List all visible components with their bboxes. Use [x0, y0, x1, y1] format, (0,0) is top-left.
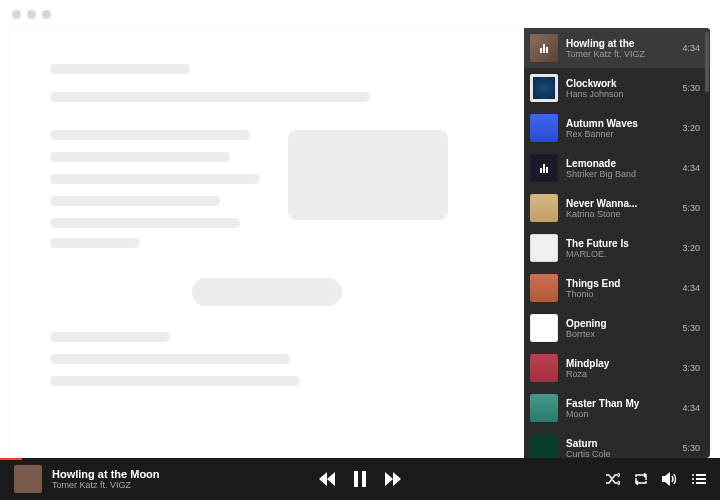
pause-button[interactable] [353, 471, 367, 487]
svg-rect-2 [696, 474, 706, 476]
track-art [530, 34, 558, 62]
skeleton-line [50, 152, 230, 162]
skeleton-line [50, 196, 220, 206]
skeleton-line [50, 376, 300, 386]
scrollbar-thumb[interactable] [705, 32, 709, 92]
track-duration: 5:30 [682, 83, 700, 93]
traffic-light-zoom[interactable] [42, 10, 51, 19]
traffic-light-minimize[interactable] [27, 10, 36, 19]
now-playing-meta: Howling at the Moon Tomer Katz ft. VIGZ [52, 468, 160, 490]
skeleton-line [50, 92, 370, 102]
track-duration: 4:34 [682, 163, 700, 173]
track-art [530, 234, 558, 262]
queue-track[interactable]: Faster Than MyMoon4:34 [524, 388, 710, 428]
track-art [530, 274, 558, 302]
svg-point-6 [692, 478, 694, 480]
track-duration: 3:30 [682, 363, 700, 373]
track-artist: Tomer Katz ft. VIGZ [566, 49, 674, 59]
volume-button[interactable] [662, 472, 678, 486]
track-title: Lemonade [566, 158, 674, 169]
track-title: Saturn [566, 438, 674, 449]
track-art [530, 314, 558, 342]
skeleton-line [50, 332, 170, 342]
track-art [530, 114, 558, 142]
track-title: The Future Is [566, 238, 674, 249]
svg-rect-3 [696, 478, 706, 480]
queue-track[interactable]: ClockworkHans Johnson5:30 [524, 68, 710, 108]
queue-track[interactable]: MindplayRoza3:30 [524, 348, 710, 388]
progress-bar[interactable] [0, 458, 22, 460]
content-skeleton [10, 28, 524, 458]
track-title: Never Wanna... [566, 198, 674, 209]
track-title: Howling at the [566, 38, 674, 49]
track-duration: 4:34 [682, 43, 700, 53]
track-duration: 5:30 [682, 203, 700, 213]
skeleton-pill [192, 278, 342, 306]
svg-rect-4 [696, 482, 706, 484]
window-controls [12, 10, 51, 19]
main-window: Howling at theTomer Katz ft. VIGZ4:34Clo… [10, 28, 710, 458]
track-title: Faster Than My [566, 398, 674, 409]
track-art [530, 194, 558, 222]
track-artist: Hans Johnson [566, 89, 674, 99]
track-duration: 4:34 [682, 283, 700, 293]
track-title: Autumn Waves [566, 118, 674, 129]
shuffle-button[interactable] [606, 473, 620, 485]
track-art [530, 154, 558, 182]
track-artist: Curtis Cole [566, 449, 674, 459]
next-button[interactable] [385, 472, 401, 486]
track-artist: Rex Banner [566, 129, 674, 139]
queue-track[interactable]: Autumn WavesRex Banner3:20 [524, 108, 710, 148]
queue-sidebar: Howling at theTomer Katz ft. VIGZ4:34Clo… [524, 28, 710, 458]
queue-track[interactable]: LemonadeShtriker Big Band4:34 [524, 148, 710, 188]
player-bar: Howling at the Moon Tomer Katz ft. VIGZ [0, 458, 720, 500]
now-playing-art [14, 465, 42, 493]
track-duration: 5:30 [682, 443, 700, 453]
track-duration: 4:34 [682, 403, 700, 413]
svg-rect-0 [354, 471, 358, 487]
queue-track[interactable]: Things EndThonio4:34 [524, 268, 710, 308]
track-title: Things End [566, 278, 674, 289]
track-art [530, 74, 558, 102]
skeleton-block [288, 130, 448, 220]
track-artist: Borrtex [566, 329, 674, 339]
svg-rect-1 [362, 471, 366, 487]
traffic-light-close[interactable] [12, 10, 21, 19]
track-duration: 3:20 [682, 123, 700, 133]
prev-button[interactable] [319, 472, 335, 486]
track-art [530, 354, 558, 382]
svg-point-7 [692, 482, 694, 484]
queue-track[interactable]: Howling at theTomer Katz ft. VIGZ4:34 [524, 28, 710, 68]
queue-track[interactable]: OpeningBorrtex5:30 [524, 308, 710, 348]
svg-point-5 [692, 474, 694, 476]
skeleton-line [50, 218, 240, 228]
track-title: Clockwork [566, 78, 674, 89]
track-artist: Katrina Stone [566, 209, 674, 219]
track-art [530, 434, 558, 458]
track-artist: Roza [566, 369, 674, 379]
repeat-button[interactable] [634, 473, 648, 485]
skeleton-line [50, 174, 260, 184]
queue-track[interactable]: The Future IsMARLOE.3:20 [524, 228, 710, 268]
track-art [530, 394, 558, 422]
skeleton-line [50, 238, 140, 248]
now-playing-title: Howling at the Moon [52, 468, 160, 480]
skeleton-line [50, 64, 190, 74]
track-title: Opening [566, 318, 674, 329]
now-playing-artist: Tomer Katz ft. VIGZ [52, 480, 160, 490]
queue-track[interactable]: Never Wanna...Katrina Stone5:30 [524, 188, 710, 228]
track-artist: Moon [566, 409, 674, 419]
skeleton-line [50, 130, 250, 140]
queue-button[interactable] [692, 473, 706, 485]
track-artist: Shtriker Big Band [566, 169, 674, 179]
track-duration: 3:20 [682, 243, 700, 253]
skeleton-line [50, 354, 290, 364]
track-title: Mindplay [566, 358, 674, 369]
track-artist: MARLOE. [566, 249, 674, 259]
queue-track[interactable]: SaturnCurtis Cole5:30 [524, 428, 710, 458]
track-duration: 5:30 [682, 323, 700, 333]
track-artist: Thonio [566, 289, 674, 299]
